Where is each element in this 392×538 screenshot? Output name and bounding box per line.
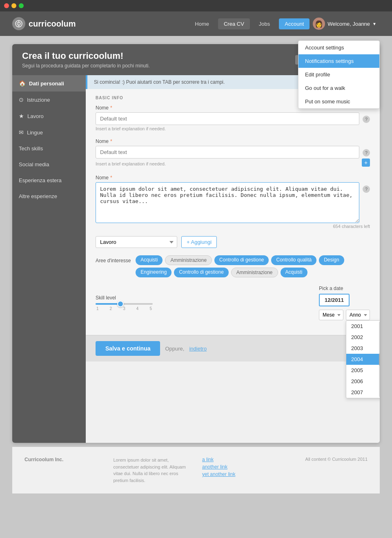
tag-engineering[interactable]: Engineering: [136, 268, 172, 277]
sidebar-label-lavoro: Lavoro: [27, 113, 44, 119]
footer-copyright: All content © Curricoolum 2011: [291, 457, 368, 462]
year-2005[interactable]: 2005: [346, 365, 380, 376]
footer-link-1[interactable]: a link: [202, 457, 279, 462]
minimize-btn[interactable]: [11, 3, 16, 8]
nav-jobs[interactable]: Jobs: [254, 18, 275, 29]
user-avatar: 👩: [313, 18, 325, 30]
dropdown-row: Lavoro Istruzione Lingue + Aggiungi: [96, 236, 370, 248]
input-row-1: ?: [96, 112, 370, 125]
aggiungi-button[interactable]: + Aggiungi: [181, 236, 217, 248]
chevron-down-icon: ▼: [372, 22, 376, 26]
tag-controllo-qualita[interactable]: Controllo qualità: [271, 255, 316, 265]
nav-crea-cv[interactable]: Crea CV: [218, 18, 250, 29]
nav-home[interactable]: Home: [190, 18, 214, 29]
sidebar-label-esperienza-estera: Esperienza estera: [19, 177, 62, 183]
nome-input-1[interactable]: [96, 112, 359, 125]
back-link[interactable]: indietro: [189, 346, 207, 352]
tag-amministrazione-2[interactable]: Amministrazione: [231, 268, 278, 277]
sidebar-label-social-media: Social media: [19, 161, 49, 167]
page-header-title: Crea il tuo curricoolum! Segui la proced…: [22, 51, 287, 69]
nome-textarea[interactable]: Lorem ipsum dolor sit amet, consectetuer…: [96, 182, 359, 223]
tag-amministrazione-1[interactable]: Amministrazione: [165, 255, 212, 265]
footer-brand-col: Curricoolum Inc.: [24, 457, 101, 484]
dropdown-edit-profile[interactable]: Edit profile: [298, 68, 379, 81]
year-2004[interactable]: 2004: [346, 354, 380, 365]
category-select[interactable]: Lavoro Istruzione Lingue: [96, 236, 177, 248]
user-welcome: Welcome, Joanne: [327, 21, 370, 27]
logo-icon: [12, 17, 25, 30]
date-section: Pick a date 12/2011 Mese Anno: [319, 286, 370, 320]
sidebar-item-altre-esperienze[interactable]: Altre esperienze: [12, 188, 86, 204]
slider-ticks: 1 2 3 4 5: [96, 306, 153, 311]
input-row-3: Lorem ipsum dolor sit amet, consectetuer…: [96, 182, 370, 223]
skill-date-section: Skill level 1 2 3 4: [96, 286, 370, 320]
form-hint-1: Insert a brief explanation if needed.: [96, 126, 370, 131]
year-2002[interactable]: 2002: [346, 332, 380, 343]
form-section: BASIC INFO Nome * ? Insert a brief expla…: [86, 89, 380, 335]
year-2001[interactable]: 2001: [346, 321, 380, 332]
sidebar-label-istruzione: Istruzione: [27, 97, 50, 103]
sidebar-item-esperienza-estera[interactable]: Esperienza estera: [12, 172, 86, 188]
footer-links-col: a link another link yet another link: [202, 457, 279, 484]
form-group-1: Nome * ? Insert a brief explanation if n…: [96, 105, 370, 131]
logo[interactable]: curricoolum: [12, 17, 76, 30]
sidebar-item-dati-personali[interactable]: 🏠 Dati personali: [12, 75, 86, 92]
footer: Curricoolum Inc. Lorem ipsum dolor sit a…: [12, 447, 380, 493]
user-menu[interactable]: 👩 Welcome, Joanne ▼: [310, 16, 380, 31]
year-dropdown: Anno 2001 2002 2003 2004 2005 2006: [346, 310, 370, 320]
sidebar-item-social-media[interactable]: Social media: [12, 156, 86, 172]
form-group-3: Nome * Lorem ipsum dolor sit amet, conse…: [96, 175, 370, 229]
dropdown-account-settings[interactable]: Account settings: [298, 41, 379, 54]
sidebar-item-istruzione[interactable]: ⊙ Istruzione: [12, 92, 86, 108]
slider-fill: [96, 303, 118, 305]
save-or-label: Oppure,: [165, 346, 184, 352]
dropdown-notifications-settings[interactable]: Notifications settings: [298, 54, 379, 68]
add-field-button[interactable]: +: [362, 158, 370, 167]
slider-track: [96, 303, 153, 305]
page-title: Crea il tuo curricoolum!: [22, 51, 287, 61]
dropdown-go-walk[interactable]: Go out for a walk: [298, 81, 379, 95]
footer-link-2[interactable]: another link: [202, 464, 279, 470]
year-2006[interactable]: 2006: [346, 376, 380, 387]
nome-input-2[interactable]: [96, 146, 359, 158]
info-icon-2: ?: [363, 149, 370, 156]
logo-text: curricoolum: [29, 19, 76, 29]
tag-design[interactable]: Design: [319, 255, 344, 265]
dropdown-put-music[interactable]: Put on some music: [298, 95, 379, 108]
navbar-right: 👩 Welcome, Joanne ▼ Account settings Not…: [310, 16, 380, 31]
year-scrollbar: [379, 321, 380, 397]
required-indicator-3: *: [110, 175, 112, 181]
skill-section: Skill level 1 2 3 4: [96, 295, 303, 311]
sidebar-item-lingue[interactable]: ✉ Lingue: [12, 124, 86, 141]
tags-container: Acquisti Amministrazione Controllo di ge…: [136, 255, 370, 277]
tick-5: 5: [149, 306, 152, 311]
main-content: Si comincia! :) Puoi aiutarti con TAB pe…: [86, 75, 380, 443]
date-value: 12/2011: [319, 294, 350, 306]
footer-link-3[interactable]: yet another link: [202, 471, 279, 477]
tag-controllo-gestione-1[interactable]: Controllo di gestione: [214, 255, 269, 265]
month-select[interactable]: Mese: [319, 310, 343, 320]
tag-controllo-gestione-2[interactable]: Controllo di gestione: [174, 268, 228, 277]
year-2003[interactable]: 2003: [346, 343, 380, 354]
sidebar-label-tech-skills: Tech skills: [19, 145, 43, 152]
year-2007[interactable]: 2007: [346, 387, 380, 398]
navbar-links: Home Crea CV Jobs Account: [190, 18, 310, 29]
sidebar-item-lavoro[interactable]: ★ Lavoro: [12, 108, 86, 124]
nav-account[interactable]: Account: [279, 18, 310, 29]
titlebar: [0, 0, 392, 11]
close-btn[interactable]: [4, 3, 9, 8]
required-indicator-1: *: [110, 105, 112, 111]
tags-section: Aree d'interesse Acquisti Amministrazion…: [96, 255, 370, 277]
maximize-btn[interactable]: [19, 3, 24, 8]
footer-brand: Curricoolum Inc.: [24, 457, 101, 462]
sidebar-item-tech-skills[interactable]: Tech skills: [12, 141, 86, 156]
tag-acquisti-2[interactable]: Acquisti: [281, 268, 307, 277]
save-bar: Salva e continua Oppure, indietro: [86, 335, 380, 362]
sidebar-label-altre-esperienze: Altre esperienze: [19, 193, 57, 199]
sidebar: 🏠 Dati personali ⊙ Istruzione ★ Lavoro ✉…: [12, 75, 86, 443]
tag-acquisti-1[interactable]: Acquisti: [136, 255, 163, 265]
save-button[interactable]: Salva e continua: [96, 341, 160, 356]
year-select[interactable]: Anno: [346, 310, 370, 320]
char-count: 654 characters left: [96, 224, 370, 229]
footer-text-col: Lorem ipsum dolor sit amet, consectetuer…: [114, 457, 190, 484]
